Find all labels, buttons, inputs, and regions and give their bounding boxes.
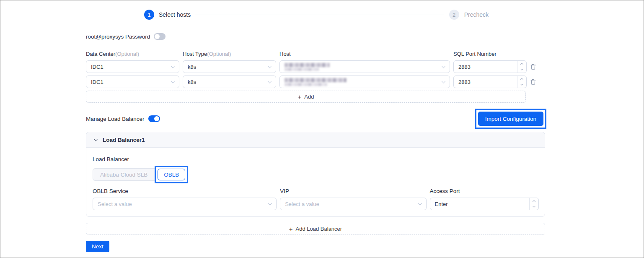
redacted-host-value-2 [284, 78, 347, 86]
step-connector-line [195, 15, 444, 15]
host-type-value-1: k8s [188, 64, 196, 70]
chevron-down-icon [533, 205, 535, 208]
step-1-label: Select hosts [159, 11, 191, 18]
host-type-optional: (Optional) [207, 51, 231, 57]
oblb-option[interactable]: OBLB [158, 169, 185, 180]
import-configuration-button[interactable]: Import Configuration [478, 112, 543, 126]
chevron-up-icon [520, 78, 523, 81]
load-balancer-type-label: Load Balancer [93, 156, 539, 162]
sql-port-spinner-2 [517, 76, 526, 88]
host-select-2[interactable] [279, 76, 450, 88]
host-type-select-1[interactable]: k8s [183, 60, 276, 73]
import-configuration-annotation-box: Import Configuration [475, 109, 546, 129]
access-port-placeholder: Enter [430, 198, 529, 210]
spinner-down-button[interactable] [517, 82, 526, 88]
redacted-host-value-1 [284, 63, 330, 71]
next-button[interactable]: Next [86, 241, 109, 252]
oblb-service-placeholder: Select a value [98, 201, 132, 207]
chevron-down-icon [520, 83, 523, 86]
load-balancer-panel-header[interactable]: Load Balancer1 [86, 132, 545, 148]
oblb-service-label: OBLB Service [93, 188, 277, 194]
toggle-knob [155, 34, 160, 39]
data-center-optional: (Optional) [115, 51, 139, 57]
delete-host-row-button-1[interactable] [530, 60, 536, 73]
load-balancer-panel-body: Load Balancer Alibaba Cloud SLB OBLB OBL… [86, 148, 545, 216]
spinner-up-button[interactable] [517, 76, 526, 82]
step-2-circle: 2 [449, 10, 459, 20]
access-port-input[interactable]: Enter [430, 198, 539, 210]
manage-load-balancer-label: Manage Load Balancer [86, 116, 145, 122]
chevron-up-icon [520, 63, 523, 66]
step-2-label: Precheck [464, 11, 489, 18]
load-balancer-field-labels: OBLB Service VIP Access Port [93, 188, 539, 194]
load-balancer-fields: Select a value Select a value Enter [93, 198, 539, 210]
vip-select[interactable]: Select a value [280, 198, 426, 210]
step-1-circle: 1 [144, 10, 154, 20]
sql-port-input-2[interactable]: 2883 [453, 76, 527, 88]
spinner-up-button[interactable] [517, 61, 526, 67]
host-header: Host [279, 51, 450, 57]
load-balancer-panel: Load Balancer1 Load Balancer Alibaba Clo… [86, 132, 545, 217]
sql-port-spinner-1 [517, 61, 526, 73]
chevron-up-icon [533, 200, 535, 203]
spinner-up-button[interactable] [530, 198, 538, 204]
proxysys-password-label: root@proxysys Password [86, 34, 150, 40]
load-balancer-type-options: Alibaba Cloud SLB OBLB [93, 166, 539, 183]
step-indicator: 1 Select hosts 2 Precheck [144, 10, 489, 20]
chevron-down-icon [171, 79, 175, 83]
manage-load-balancer-toggle[interactable] [148, 115, 160, 122]
oblb-annotation-box: OBLB [155, 166, 188, 183]
plus-icon: + [298, 94, 302, 100]
collapse-chevron-icon [94, 137, 98, 141]
access-port-spinner [529, 198, 538, 210]
step-2-number: 2 [453, 12, 455, 18]
chevron-down-icon [268, 79, 272, 83]
plus-icon: + [289, 226, 293, 232]
host-row-2: IDC1 k8s 2883 [86, 76, 545, 88]
spinner-down-button[interactable] [517, 67, 526, 73]
vip-label: VIP [280, 188, 426, 194]
chevron-down-icon [520, 68, 523, 70]
toggle-knob [154, 116, 159, 121]
alibaba-cloud-slb-option[interactable]: Alibaba Cloud SLB [93, 168, 155, 181]
delete-host-row-button-2[interactable] [530, 76, 536, 88]
add-host-button[interactable]: + Add [86, 91, 526, 103]
step-1-number: 1 [147, 12, 150, 18]
trash-icon [530, 78, 536, 85]
access-port-label: Access Port [429, 188, 539, 194]
sql-port-value-1: 2883 [454, 61, 517, 73]
chevron-down-icon [442, 79, 446, 83]
add-load-balancer-button[interactable]: + Add Load Balancer [86, 223, 545, 235]
host-select-1[interactable] [279, 60, 450, 73]
add-load-balancer-label: Add Load Balancer [296, 226, 342, 232]
chevron-down-icon [171, 64, 175, 68]
spinner-down-button[interactable] [530, 204, 538, 210]
vip-placeholder: Select a value [285, 201, 319, 207]
load-balancer-panel-title: Load Balancer1 [103, 137, 145, 143]
host-type-select-2[interactable]: k8s [183, 76, 276, 88]
host-form: Data Center(Optional) Host Type(Optional… [86, 51, 545, 88]
data-center-header: Data Center(Optional) [86, 51, 179, 57]
data-center-select-2[interactable]: IDC1 [86, 76, 179, 88]
sql-port-value-2: 2883 [454, 76, 517, 88]
chevron-down-icon [442, 64, 446, 68]
sql-port-header: SQL Port Number [453, 51, 527, 57]
select-hosts-page: 1 Select hosts 2 Precheck root@proxysys … [0, 0, 644, 258]
chevron-down-icon [268, 64, 272, 68]
trash-icon [530, 63, 536, 70]
add-host-label: Add [304, 94, 314, 100]
host-row-1: IDC1 k8s 2883 [86, 60, 545, 73]
oblb-service-select[interactable]: Select a value [93, 198, 277, 210]
chevron-down-icon [418, 201, 422, 205]
host-type-header: Host Type(Optional) [183, 51, 276, 57]
data-center-value-2: IDC1 [91, 79, 103, 85]
sql-port-input-1[interactable]: 2883 [453, 60, 527, 73]
manage-load-balancer-toggle-group: Manage Load Balancer [86, 115, 160, 122]
proxysys-password-toggle[interactable] [154, 33, 166, 40]
data-center-select-1[interactable]: IDC1 [86, 60, 179, 73]
manage-load-balancer-row: Manage Load Balancer Import Configuratio… [86, 109, 546, 129]
host-type-value-2: k8s [188, 79, 196, 85]
host-form-headers: Data Center(Optional) Host Type(Optional… [86, 51, 545, 57]
data-center-value-1: IDC1 [91, 64, 103, 70]
proxysys-password-row: root@proxysys Password [86, 33, 644, 40]
